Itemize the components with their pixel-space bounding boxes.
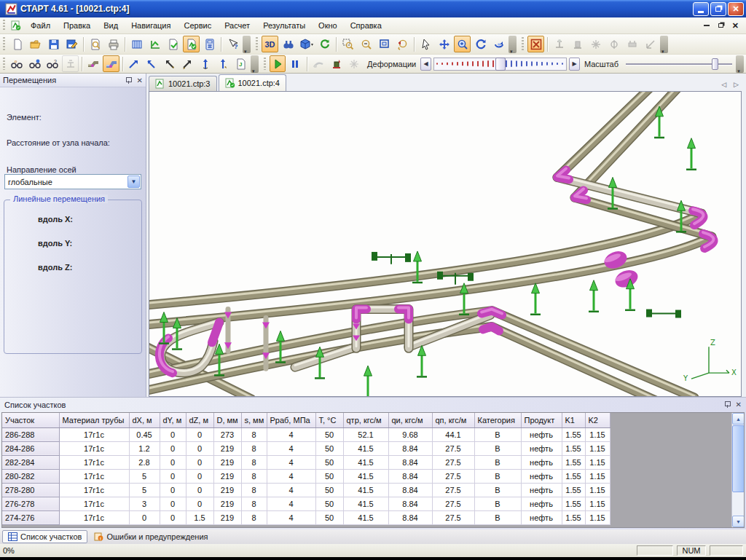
table-cell[interactable]: 4 xyxy=(267,483,315,497)
toolbar-options-chevron[interactable] xyxy=(243,36,251,53)
check-document-button[interactable] xyxy=(165,36,181,52)
table-cell[interactable]: 41.5 xyxy=(343,510,388,524)
view-angle-3-button[interactable]: ? xyxy=(44,55,60,72)
table-cell[interactable]: В xyxy=(474,427,521,441)
table-cell[interactable]: 4 xyxy=(267,510,315,524)
table-cell[interactable]: 41.5 xyxy=(343,441,388,455)
table-cell[interactable]: нефть xyxy=(521,441,562,455)
table-cell[interactable]: 1.55 xyxy=(562,427,585,441)
new-file-button[interactable] xyxy=(9,36,25,52)
find-button[interactable] xyxy=(280,36,297,52)
table-cell[interactable]: 41.5 xyxy=(343,497,388,510)
table-cell[interactable]: 17г1с xyxy=(59,483,129,497)
table-cell[interactable]: 0 xyxy=(186,427,213,441)
table-cell[interactable]: нефть xyxy=(521,510,562,524)
table-cell[interactable]: 0 xyxy=(160,469,186,483)
table-cell[interactable]: 44.1 xyxy=(432,427,474,441)
toolbar-options-chevron[interactable] xyxy=(736,55,744,73)
scale-slider-thumb[interactable] xyxy=(712,58,718,70)
table-cell[interactable]: 219 xyxy=(213,510,241,524)
pin-icon[interactable] xyxy=(723,401,731,409)
projection-button[interactable] xyxy=(298,36,315,52)
panel-close-icon[interactable]: ✕ xyxy=(137,76,143,84)
view-angle-2-button[interactable] xyxy=(26,55,42,72)
table-cell[interactable]: 1.55 xyxy=(562,469,585,483)
table-row[interactable]: 274-27617г1с001.5219845041.58.8427.5Внеф… xyxy=(2,510,610,524)
results-document-button[interactable] xyxy=(183,36,200,52)
table-cell[interactable]: 50 xyxy=(315,455,343,469)
cross-sections-button[interactable] xyxy=(128,36,145,52)
table-cell[interactable]: 8 xyxy=(241,469,267,483)
menu-item-файл[interactable]: Файл xyxy=(24,19,57,32)
table-cell[interactable]: 8.84 xyxy=(388,469,432,483)
table-cell[interactable]: 1.55 xyxy=(562,483,585,497)
table-cell[interactable]: 17г1с xyxy=(59,427,129,441)
table-cell[interactable]: 4 xyxy=(267,497,315,510)
toolbar-grip[interactable] xyxy=(2,58,6,71)
pipe-render-button[interactable] xyxy=(103,55,119,72)
menu-item-навигация[interactable]: Навигация xyxy=(125,19,177,32)
support-tool-5-button[interactable] xyxy=(624,36,640,52)
table-cell[interactable]: 1.15 xyxy=(585,497,610,510)
table-cell[interactable]: 41.5 xyxy=(343,455,388,469)
menu-item-результаты[interactable]: Результаты xyxy=(256,19,312,32)
print-preview-button[interactable] xyxy=(87,36,103,52)
table-cell[interactable]: 0 xyxy=(186,497,213,510)
menubar-grip[interactable] xyxy=(2,20,6,31)
table-cell[interactable]: 4 xyxy=(267,469,315,483)
section-id-cell[interactable]: 276-278 xyxy=(2,497,59,510)
open-file-button[interactable] xyxy=(27,36,44,52)
edit-axis-z-button[interactable] xyxy=(197,55,213,72)
toolbar-options-chevron[interactable] xyxy=(509,36,517,53)
table-cell[interactable]: 50 xyxy=(315,483,343,497)
table-cell[interactable]: 8.84 xyxy=(388,483,432,497)
support-tool-1-button[interactable] xyxy=(551,36,568,52)
menu-item-правка[interactable]: Правка xyxy=(57,19,97,32)
support-tool-6-button[interactable] xyxy=(642,36,659,52)
table-cell[interactable]: 0 xyxy=(160,427,186,441)
scheme-button[interactable] xyxy=(146,36,163,52)
journal-button[interactable]: J xyxy=(233,55,249,72)
table-cell[interactable]: 0 xyxy=(160,455,186,469)
viewport-3d[interactable]: Z X Y xyxy=(149,91,742,397)
table-scrollbar[interactable]: ▲ ▼ xyxy=(731,413,744,527)
table-cell[interactable]: 27.5 xyxy=(432,441,474,455)
menu-item-сервис[interactable]: Сервис xyxy=(177,19,218,32)
edit-rotation-y-button[interactable] xyxy=(179,55,195,72)
table-cell[interactable]: 0 xyxy=(186,469,213,483)
column-header[interactable]: Рраб, МПа xyxy=(267,413,315,427)
axes-direction-select[interactable]: глобальные ▼ xyxy=(4,174,141,189)
bottom-tab-errors[interactable]: !Ошибки и предупреждения xyxy=(89,530,213,543)
pan-button[interactable] xyxy=(436,36,452,52)
table-cell[interactable]: 17г1с xyxy=(59,510,129,524)
table-cell[interactable]: 8 xyxy=(241,497,267,510)
table-cell[interactable]: 1.15 xyxy=(585,427,610,441)
scrollbar-thumb[interactable] xyxy=(732,425,745,492)
select-pointer-button[interactable] xyxy=(417,36,434,52)
table-cell[interactable]: В xyxy=(474,483,521,497)
deformation-decrease-button[interactable]: ◀ xyxy=(420,58,431,71)
table-cell[interactable]: В xyxy=(474,510,521,524)
column-header[interactable]: qтр, кгс/м xyxy=(343,413,388,427)
print-button[interactable] xyxy=(105,36,122,52)
table-row[interactable]: 284-28617г1с1.200219845041.58.8427.5Внеф… xyxy=(2,441,610,455)
section-id-cell[interactable]: 282-284 xyxy=(2,455,59,469)
section-id-cell[interactable]: 280-282 xyxy=(2,469,59,483)
table-cell[interactable]: 1.15 xyxy=(585,469,610,483)
table-cell[interactable]: 27.5 xyxy=(432,497,474,510)
table-cell[interactable]: нефть xyxy=(521,455,562,469)
table-cell[interactable]: 3 xyxy=(129,497,160,510)
section-id-cell[interactable]: 274-276 xyxy=(2,510,59,524)
table-row[interactable]: 286-28817г1с0.4500273845052.19.6844.1Вне… xyxy=(2,427,610,441)
bottom-tab-sections[interactable]: Список участков xyxy=(2,530,87,543)
edit-displacement-y-button[interactable] xyxy=(144,55,160,72)
table-cell[interactable]: нефть xyxy=(521,469,562,483)
toolbar-options-chevron[interactable] xyxy=(251,55,259,73)
zoom-previous-button[interactable] xyxy=(394,36,411,52)
table-cell[interactable]: 1.15 xyxy=(585,455,610,469)
table-cell[interactable]: нефть xyxy=(521,427,562,441)
table-cell[interactable]: 1.55 xyxy=(562,441,585,455)
table-cell[interactable]: 27.5 xyxy=(432,483,474,497)
column-header[interactable]: D, мм xyxy=(213,413,241,427)
column-header[interactable]: T, °C xyxy=(315,413,343,427)
